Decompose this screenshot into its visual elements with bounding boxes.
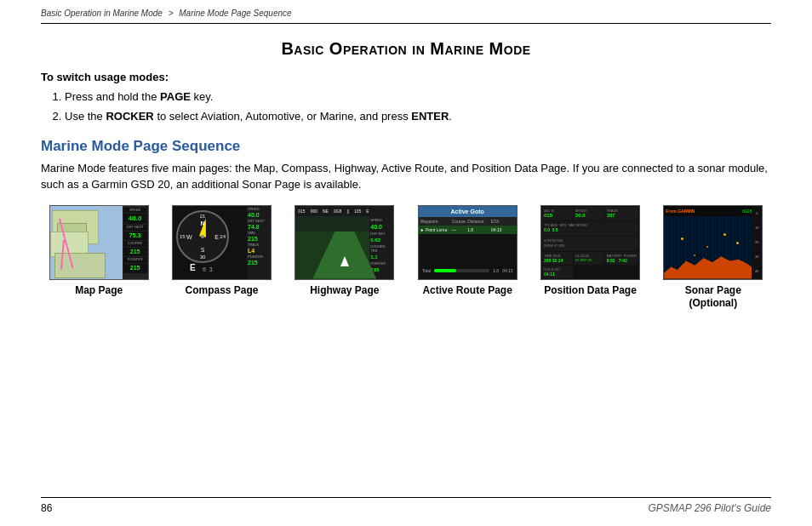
position-data-page-image: 345 N 015 SPEED 30.0 TRACK 357 TTL AVG S… xyxy=(540,205,640,280)
usage-modes-section: To switch usage modes: Press and hold th… xyxy=(41,71,771,126)
highway-page-caption: Highway Page xyxy=(310,284,379,298)
image-row: SPEED 40.0 DST·NEXT 75.3 COURSE 215 POIN… xyxy=(41,205,771,311)
footer-guide-title: GPSMAP 296 Pilot's Guide xyxy=(648,502,771,514)
compass-page-image: 21 24 30 15 N W S E xyxy=(172,205,272,280)
usage-modes-list: Press and hold the PAGE key. Use the ROC… xyxy=(65,89,771,126)
section-heading: Marine Mode Page Sequence xyxy=(41,138,771,155)
page-title: Basic Operation in Marine Mode xyxy=(41,39,771,59)
sonar-page-item: From GARMIN 6128 28.5 xyxy=(655,205,771,311)
map-page-image: SPEED 40.0 DST·NEXT 75.3 COURSE 215 POIN… xyxy=(49,205,149,280)
highway-page-image: 015000NE0G8||105E SPEED 40.0 DST xyxy=(294,205,394,280)
footer-page-number: 86 xyxy=(41,502,52,514)
map-page-item: SPEED 40.0 DST·NEXT 75.3 COURSE 215 POIN… xyxy=(41,205,157,298)
position-data-page-item: 345 N 015 SPEED 30.0 TRACK 357 TTL AVG S… xyxy=(532,205,648,298)
usage-step-1: Press and hold the PAGE key. xyxy=(65,89,771,106)
page-wrapper: Basic Operation in Marine Mode > Marine … xyxy=(0,0,812,526)
highway-page-item: 015000NE0G8||105E SPEED 40.0 DST xyxy=(287,205,403,298)
usage-step-2: Use the ROCKER to select Aviation, Autom… xyxy=(65,108,771,126)
active-route-page-image: Active Goto Waypoint Course Distance ETA… xyxy=(418,205,518,280)
breadcrumb-part2: Marine Mode Page Sequence xyxy=(179,9,291,18)
breadcrumb-separator: > xyxy=(169,9,174,18)
active-route-page-item: Active Goto Waypoint Course Distance ETA… xyxy=(409,205,525,298)
compass-page-caption: Compass Page xyxy=(185,284,258,298)
sonar-header: From GARMIN 6128 xyxy=(664,206,752,216)
usage-modes-heading: To switch usage modes: xyxy=(41,71,771,83)
section-body: Marine Mode features five main pages: th… xyxy=(41,160,771,193)
compass-page-item: 21 24 30 15 N W S E xyxy=(163,205,279,298)
footer: 86 GPSMAP 296 Pilot's Guide xyxy=(41,497,771,514)
sonar-scale: 0 10 20 30 40 xyxy=(752,206,762,279)
map-page-caption: Map Page xyxy=(75,284,123,298)
breadcrumb: Basic Operation in Marine Mode > Marine … xyxy=(41,0,771,24)
active-route-caption: Active Route Page xyxy=(422,284,512,298)
position-data-caption: Position Data Page xyxy=(544,284,637,298)
sonar-page-caption: Sonar Page (Optional) xyxy=(685,284,741,311)
breadcrumb-part1: Basic Operation in Marine Mode xyxy=(41,9,163,18)
sonar-page-image: From GARMIN 6128 28.5 xyxy=(663,205,763,280)
